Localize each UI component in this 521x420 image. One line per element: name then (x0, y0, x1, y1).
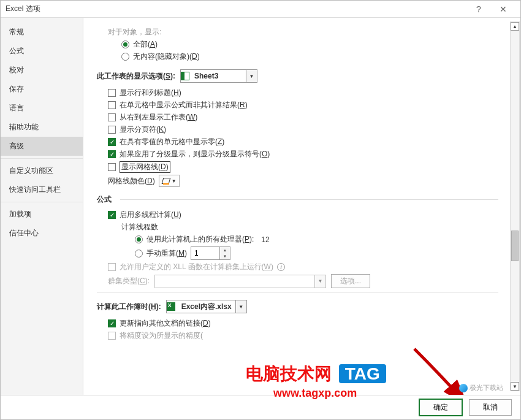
radio-manual-threads[interactable] (135, 250, 143, 258)
label-xll-cluster: 允许用户定义的 XLL 函数在计算群集上运行(W) (120, 262, 273, 272)
objects-group-label: 对于对象，显示: (108, 27, 498, 37)
scroll-thumb[interactable] (511, 231, 519, 261)
label-all-processors: 使用此计算机上的所有处理器(P): (146, 234, 254, 245)
window-title: Excel 选项 (6, 4, 466, 14)
bucket-icon (162, 177, 170, 185)
checkbox-show-gridlines[interactable] (108, 163, 116, 171)
cluster-options-button: 选项... (331, 274, 370, 288)
label-multithread: 启用多线程计算(U) (120, 210, 181, 220)
scroll-up-arrow[interactable]: ▲ (511, 22, 519, 31)
sidebar-item-general[interactable]: 常规 (1, 23, 83, 42)
info-icon[interactable]: i (277, 263, 285, 271)
radio-hide-objects-label: 无内容(隐藏对象)(D) (133, 52, 200, 62)
vertical-scrollbar[interactable]: ▲ ▼ (510, 21, 520, 391)
checkbox-multithread[interactable] (108, 211, 116, 219)
section-workbook-calc: 计算此工作簿时(H): Excel内容.xlsx ▼ (97, 300, 498, 313)
scroll-down-arrow[interactable]: ▼ (511, 382, 519, 391)
gridline-color-picker[interactable]: ▼ (159, 175, 180, 187)
checkbox-show-zeros[interactable] (108, 138, 116, 146)
help-button[interactable]: ? (466, 1, 491, 18)
sidebar-item-customize-ribbon[interactable]: 自定义功能区 (1, 161, 83, 180)
radio-all-processors[interactable] (135, 235, 143, 243)
label-show-formulas: 在单元格中显示公式而非其计算结果(R) (120, 100, 248, 110)
chevron-down-icon[interactable]: ▼ (220, 253, 230, 259)
dialog-footer: 确定 取消 (1, 395, 520, 419)
spinner-thread-count[interactable]: ▲▼ (191, 246, 230, 260)
chevron-up-icon[interactable]: ▲ (220, 247, 230, 253)
label-row-col-headers: 显示行和列标题(H) (120, 88, 181, 98)
sidebar-item-formulas[interactable]: 公式 (1, 42, 83, 61)
sidebar-item-save[interactable]: 保存 (1, 80, 83, 99)
checkbox-xll-cluster (108, 263, 116, 271)
separator (97, 292, 498, 292)
label-manual-threads: 手动重算(M) (146, 248, 187, 259)
section-worksheet-display: 此工作表的显示选项(S): Sheet3 ▼ (97, 69, 498, 83)
combo-cluster-type: ▼ (154, 275, 326, 288)
label-update-links: 更新指向其他文档的链接(D) (120, 318, 211, 329)
label-cluster-type: 群集类型(C): (108, 276, 150, 286)
radio-show-all[interactable] (121, 40, 129, 48)
sheet-icon (181, 72, 189, 80)
radio-show-all-label: 全部(A) (133, 39, 158, 50)
sidebar-item-accessibility[interactable]: 辅助功能 (1, 118, 83, 137)
ok-button[interactable]: 确定 (419, 399, 463, 416)
spinner-thread-input[interactable] (191, 247, 219, 259)
label-page-breaks: 显示分页符(K) (120, 124, 166, 135)
label-show-gridlines: 显示网格线(D) (120, 161, 170, 173)
chevron-down-icon[interactable]: ▼ (246, 70, 257, 82)
sidebar-item-addins[interactable]: 加载项 (1, 205, 83, 224)
chevron-down-icon[interactable]: ▼ (235, 300, 246, 313)
sidebar-item-proofing[interactable]: 校对 (1, 61, 83, 80)
label-show-zeros: 在具有零值的单元格中显示零(Z) (120, 137, 224, 147)
checkbox-precision[interactable] (108, 332, 116, 340)
checkbox-page-breaks[interactable] (108, 126, 116, 134)
value-processor-count: 12 (261, 235, 269, 244)
combo-worksheet[interactable]: Sheet3 ▼ (180, 69, 257, 83)
chevron-down-icon: ▼ (314, 275, 325, 288)
combo-workbook-value: Excel内容.xlsx (178, 302, 235, 312)
checkbox-update-links[interactable] (108, 319, 116, 327)
excel-file-icon (167, 302, 175, 311)
label-precision-partial: 将精度设为所显示的精度( (120, 330, 203, 341)
sidebar-item-advanced[interactable]: 高级 (1, 137, 83, 156)
cancel-button[interactable]: 取消 (469, 399, 512, 416)
titlebar: Excel 选项 ? ✕ (1, 1, 520, 18)
close-button[interactable]: ✕ (491, 1, 515, 18)
checkbox-row-col-headers[interactable] (108, 89, 116, 97)
content-pane[interactable]: 对于对象，显示: 全部(A) 无内容(隐藏对象)(D) 此工作表的显示选项(S)… (83, 18, 509, 395)
label-rtl-sheet: 从右到左显示工作表(W) (120, 112, 197, 123)
sidebar-item-trust-center[interactable]: 信任中心 (1, 224, 83, 243)
label-gridline-color: 网格线颜色(D) (108, 176, 155, 186)
label-thread-count: 计算线程数 (121, 222, 498, 232)
radio-hide-objects[interactable] (121, 53, 129, 61)
sidebar: 常规 公式 校对 保存 语言 辅助功能 高级 自定义功能区 快速访问工具栏 加载… (1, 18, 83, 395)
label-outline-symbols: 如果应用了分级显示，则显示分级显示符号(O) (120, 149, 270, 159)
separator (1, 202, 83, 202)
checkbox-show-formulas[interactable] (108, 101, 116, 109)
combo-worksheet-value: Sheet3 (191, 72, 246, 80)
sidebar-item-language[interactable]: 语言 (1, 99, 83, 118)
section-formulas: 公式 (97, 194, 498, 205)
checkbox-rtl-sheet[interactable] (108, 113, 116, 121)
combo-workbook[interactable]: Excel内容.xlsx ▼ (166, 300, 247, 313)
checkbox-outline-symbols[interactable] (108, 150, 116, 158)
sidebar-item-quick-access[interactable]: 快速访问工具栏 (1, 180, 83, 199)
separator (1, 158, 83, 159)
